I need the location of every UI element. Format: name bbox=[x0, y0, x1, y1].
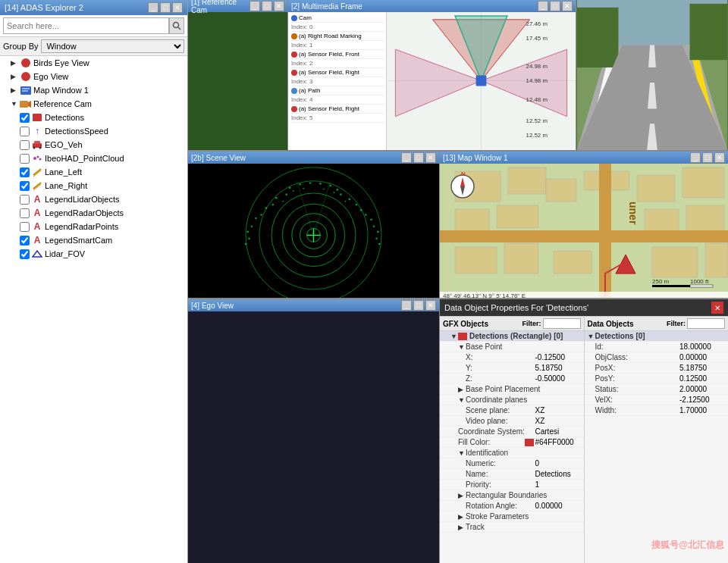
vp-close-btn3[interactable]: ✕ bbox=[714, 152, 725, 163]
svg-point-63 bbox=[299, 183, 301, 186]
multimedia-content: Cam Index: 0 (a) Right Road Marking Inde… bbox=[288, 12, 576, 150]
list-item: Index: 5 bbox=[290, 114, 384, 123]
tree-item-legend-smart[interactable]: A LegendSmartCam bbox=[0, 233, 187, 247]
detections-checkbox[interactable] bbox=[20, 113, 30, 123]
svg-point-85 bbox=[248, 237, 250, 239]
gfx-row-detections[interactable]: ▼ Detections (Rectangle) [0] bbox=[440, 331, 584, 342]
ibeohad-checkbox[interactable] bbox=[20, 154, 30, 164]
tree-item-lidar-fov[interactable]: Lidar_FOV bbox=[0, 247, 187, 261]
vp-min-btn4[interactable]: _ bbox=[401, 300, 412, 311]
gfx-row-identification[interactable]: ▼ Identification bbox=[440, 448, 584, 458]
tree-item-ibeohad[interactable]: IbeoHAD_PointCloud bbox=[0, 152, 187, 165]
vp-controls: _ □ ✕ bbox=[401, 300, 436, 311]
ego-veh-checkbox[interactable] bbox=[20, 140, 30, 150]
explorer-titlebar: [14] ADAS Explorer 2 _ □ ✕ bbox=[0, 0, 187, 15]
group-by-select[interactable]: Window bbox=[41, 39, 184, 53]
gfx-row-rect-bounds[interactable]: ▶ Rectangular Boundaries bbox=[440, 490, 584, 501]
tree-item-legend-radar-pts[interactable]: A LegendRadarPoints bbox=[0, 220, 187, 233]
tree-label: Detections bbox=[45, 113, 84, 122]
legend-radar-checkbox[interactable] bbox=[20, 208, 30, 218]
gfx-filter-input[interactable] bbox=[543, 318, 581, 329]
search-input[interactable] bbox=[3, 17, 169, 34]
lidar-fov-icon bbox=[31, 249, 43, 259]
vp-min-btn[interactable]: _ bbox=[538, 1, 548, 11]
vp-close-button[interactable]: ✕ bbox=[274, 1, 284, 11]
tree-item-detections-speed[interactable]: ↑ DetectionsSpeed bbox=[0, 124, 187, 138]
legend-radar-pts-checkbox[interactable] bbox=[20, 222, 30, 232]
svg-point-82 bbox=[373, 225, 375, 227]
vp-close-btn[interactable]: ✕ bbox=[562, 1, 573, 11]
gfx-row-scene-plane: Scene plane: XZ bbox=[440, 405, 584, 416]
search-icon bbox=[172, 21, 181, 30]
svg-point-71 bbox=[349, 199, 351, 201]
tree-item-legend-radar[interactable]: A LegendRadarObjects bbox=[0, 206, 187, 220]
minimize-button[interactable]: _ bbox=[148, 2, 158, 13]
svg-rect-5 bbox=[20, 101, 28, 108]
data-row-detections[interactable]: ▼ Detections [0] bbox=[585, 331, 729, 342]
svg-rect-110 bbox=[652, 247, 698, 277]
svg-rect-101 bbox=[546, 179, 576, 202]
vp-controls: _ □ ✕ bbox=[249, 1, 284, 11]
viewport-row-top: [1] Reference Cam _ □ ✕ bbox=[188, 0, 728, 152]
vp-max-button[interactable]: □ bbox=[262, 1, 272, 11]
vp-max-btn2[interactable]: □ bbox=[413, 152, 424, 163]
map-title: [13] Map Window 1 bbox=[443, 154, 508, 162]
data-filter-input[interactable] bbox=[687, 318, 725, 329]
svg-rect-49 bbox=[690, 4, 728, 60]
svg-point-89 bbox=[303, 188, 304, 189]
vp-min-btn2[interactable]: _ bbox=[401, 152, 412, 163]
tree-item-lane-left[interactable]: Lane_Left bbox=[0, 165, 187, 179]
vp-min-btn3[interactable]: _ bbox=[690, 152, 701, 163]
tree-item-ego-view[interactable]: ▶ Ego View bbox=[0, 70, 187, 83]
gfx-row-x: X: -0.12500 bbox=[440, 352, 584, 363]
tree-item-map-window[interactable]: ▶ Map Window 1 bbox=[0, 83, 187, 97]
vp-min-button[interactable]: _ bbox=[249, 1, 260, 11]
tree-item-birds-eye[interactable]: ▶ Birds Eye View bbox=[0, 56, 187, 70]
tree-arrow: ▶ bbox=[11, 86, 20, 94]
svg-text:17.45 m: 17.45 m bbox=[526, 35, 548, 42]
legend-smart-checkbox[interactable] bbox=[20, 236, 30, 246]
legend-lidar-checkbox[interactable] bbox=[20, 195, 30, 205]
tree-item-lane-right[interactable]: Lane_Right bbox=[0, 179, 187, 192]
gfx-row-base-point[interactable]: ▼ Base Point bbox=[440, 342, 584, 352]
list-item: Index: 3 bbox=[290, 77, 384, 86]
svg-point-64 bbox=[309, 182, 312, 184]
gfx-row-coord-planes[interactable]: ▼ Coordinate planes bbox=[440, 395, 584, 405]
vp-max-btn3[interactable]: □ bbox=[702, 152, 713, 163]
multimedia-viewport: [2] Multimedia Frame _ □ ✕ Cam bbox=[288, 0, 576, 150]
arrow-up-icon: ↑ bbox=[31, 126, 43, 136]
detections-speed-checkbox[interactable] bbox=[20, 127, 30, 136]
vp-close-btn4[interactable]: ✕ bbox=[425, 300, 436, 311]
close-button[interactable]: ✕ bbox=[172, 2, 183, 13]
sensor-vis: 27.46 m 17.45 m 24.98 m 14.98 m 12.48 m … bbox=[387, 12, 576, 150]
svg-point-67 bbox=[336, 189, 338, 191]
list-icon bbox=[291, 106, 297, 112]
tree-item-legend-lidar[interactable]: A LegendLidarObjects bbox=[0, 192, 187, 206]
map-viewport: [13] Map Window 1 _ □ ✕ bbox=[440, 152, 728, 298]
gfx-row-track[interactable]: ▶ Track bbox=[440, 522, 584, 533]
lane-right-checkbox[interactable] bbox=[20, 181, 30, 191]
gfx-row-stroke[interactable]: ▶ Stroke Parameters bbox=[440, 511, 584, 522]
maximize-button[interactable]: □ bbox=[160, 2, 171, 13]
vp-close-btn2[interactable]: ✕ bbox=[425, 152, 436, 163]
svg-point-90 bbox=[323, 189, 325, 190]
gfx-row-video-plane: Video plane: XZ bbox=[440, 416, 584, 427]
tree-item-detections[interactable]: Detections bbox=[0, 111, 187, 124]
search-button[interactable] bbox=[169, 17, 184, 34]
gfx-row-bpp[interactable]: ▶ Base Point Placement bbox=[440, 384, 584, 395]
gfx-row-coord-sys: Coordinate System: Cartesi bbox=[440, 427, 584, 437]
tree-item-ego-veh[interactable]: EGO_Veh bbox=[0, 138, 187, 152]
lidar-fov-checkbox[interactable] bbox=[20, 249, 30, 259]
legend-radar-icon: A bbox=[31, 208, 43, 218]
lane-left-checkbox[interactable] bbox=[20, 167, 30, 177]
svg-marker-6 bbox=[28, 101, 31, 108]
group-by-row: Group By Window bbox=[0, 37, 187, 55]
svg-point-87 bbox=[378, 243, 381, 246]
lane-right-icon bbox=[31, 180, 43, 191]
vp-max-btn4[interactable]: □ bbox=[413, 300, 424, 311]
properties-close-button[interactable]: ✕ bbox=[711, 302, 723, 314]
tree-item-reference-cam[interactable]: ▼ Reference Cam bbox=[0, 97, 187, 111]
vp-max-btn[interactable]: □ bbox=[550, 1, 560, 11]
multimedia-titlebar: [2] Multimedia Frame _ □ ✕ bbox=[288, 0, 576, 12]
ego3d-viewport: [4] Ego View _ □ ✕ bbox=[188, 299, 440, 563]
